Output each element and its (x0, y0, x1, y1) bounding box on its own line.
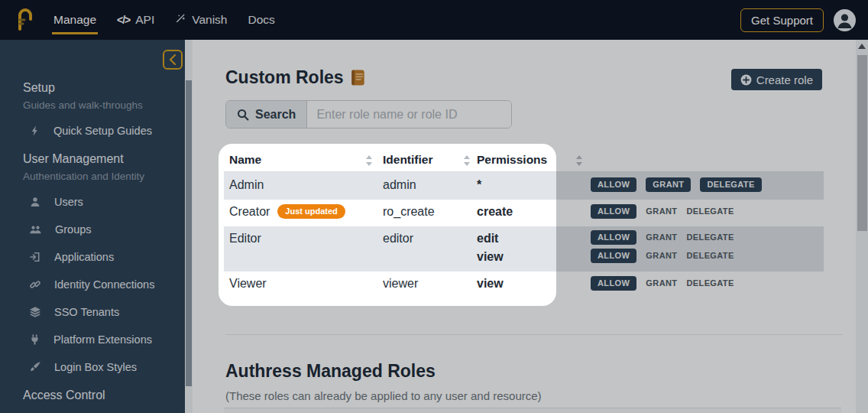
role-identifier: ro_create (383, 205, 435, 219)
allow-button[interactable]: ALLOW (591, 177, 636, 192)
sort-icon[interactable] (365, 155, 373, 166)
role-name: Creator (229, 205, 270, 218)
search-icon (237, 109, 249, 121)
plus-circle-icon (740, 74, 752, 86)
allow-button[interactable]: ALLOW (591, 276, 636, 291)
nav-item-api[interactable]: </> API (117, 13, 154, 27)
authress-logo-icon[interactable] (12, 7, 35, 33)
role-permission: create (477, 205, 513, 219)
nav-item-docs[interactable]: Docs (248, 13, 275, 27)
sidebar-scrollbar-thumb[interactable] (186, 80, 192, 386)
permission-actions: ALLOW GRANT DELEGATE (591, 204, 734, 219)
role-permission: * (477, 178, 481, 192)
nav-item-label: API (135, 13, 154, 27)
page-scrollbar-track[interactable] (856, 40, 868, 413)
nav-item-manage[interactable]: Manage (53, 13, 96, 27)
role-permission: view (477, 250, 504, 264)
role-search: Search (225, 100, 512, 128)
grant-button[interactable]: GRANT (646, 276, 677, 291)
sidebar-item-label: SSO Tenants (54, 306, 119, 318)
sidebar-collapse-button[interactable] (163, 50, 183, 70)
role-identifier: admin (383, 178, 416, 192)
managed-roles-subtitle: (These roles can already be applied to a… (225, 389, 542, 402)
sidebar-item-label: Platform Extensions (53, 333, 152, 346)
delegate-button[interactable]: DELEGATE (686, 204, 734, 219)
allow-button[interactable]: ALLOW (591, 204, 636, 219)
permission-actions: ALLOW GRANT DELEGATE (591, 230, 734, 245)
sort-icon[interactable] (575, 155, 583, 166)
allow-button[interactable]: ALLOW (591, 249, 636, 263)
search-input[interactable] (307, 101, 511, 128)
search-addon: Search (226, 101, 307, 128)
user-avatar[interactable] (834, 9, 856, 31)
custom-roles-table: Name Identifier Permissions Admin admin … (224, 148, 824, 298)
sidebar-menu: Setup Guides and walk-throughs Quick Set… (23, 73, 176, 410)
column-header-permissions[interactable]: Permissions (477, 153, 547, 167)
get-support-button[interactable]: Get Support (740, 8, 824, 32)
allow-button[interactable]: ALLOW (591, 230, 636, 245)
link-icon (29, 278, 41, 291)
create-role-button[interactable]: Create role (731, 69, 822, 90)
table-row-creator[interactable]: CreatorJust updated ro_create create ALL… (224, 200, 824, 226)
sidebar-item-label: Users (54, 196, 83, 208)
section-title: Access Control (23, 389, 176, 402)
sidebar-item-login-box-styles[interactable]: Login Box Styles (23, 353, 176, 381)
grant-button[interactable]: GRANT (646, 177, 691, 192)
permission-actions: ALLOW GRANT DELEGATE (591, 276, 734, 291)
table-row-admin[interactable]: Admin admin * ALLOW GRANT DELEGATE (224, 173, 824, 200)
nav-item-label: Vanish (192, 13, 227, 27)
sidebar-item-groups[interactable]: Groups (23, 216, 176, 243)
role-permission: edit (477, 232, 498, 246)
delegate-button[interactable]: DELEGATE (686, 276, 734, 291)
role-identifier: editor (383, 232, 413, 246)
column-header-identifier[interactable]: Identifier (383, 153, 432, 167)
layers-icon (29, 306, 41, 318)
grant-button[interactable]: GRANT (646, 230, 677, 245)
sidebar-item-label: Login Box Styles (54, 361, 137, 373)
sidebar-scrollbar-track[interactable] (185, 40, 193, 413)
table-row-viewer[interactable]: Viewer viewer view ALLOW GRANT DELEGATE (224, 272, 824, 298)
role-name: Editor (229, 232, 261, 246)
sidebar-item-users[interactable]: Users (23, 188, 176, 216)
sidebar-item-label: Identity Connections (54, 278, 154, 291)
sidebar: Setup Guides and walk-throughs Quick Set… (0, 40, 193, 413)
grant-button[interactable]: GRANT (646, 249, 677, 263)
delegate-button[interactable]: DELEGATE (686, 249, 734, 263)
column-header-name[interactable]: Name (229, 153, 261, 167)
managed-roles-table-edge (224, 408, 841, 413)
navbar-right: Get Support (740, 8, 856, 32)
role-name: Admin (229, 178, 264, 192)
sidebar-item-label: Applications (54, 251, 114, 263)
section-title: Setup (23, 81, 176, 95)
delegate-button[interactable]: DELEGATE (700, 177, 761, 192)
sort-icon[interactable] (463, 155, 471, 166)
page-scrollbar-thumb[interactable] (857, 55, 867, 231)
chevron-left-icon (169, 54, 177, 65)
permission-actions: ALLOW GRANT DELEGATE (591, 249, 734, 263)
journal-book-icon[interactable] (351, 70, 365, 86)
sidebar-item-identity-connections[interactable]: Identity Connections (23, 271, 176, 298)
page-title-text: Custom Roles (225, 67, 344, 88)
create-role-label: Create role (756, 73, 813, 86)
just-updated-badge: Just updated (277, 204, 345, 219)
sidebar-item-label: Groups (55, 223, 92, 236)
main-content: Custom Roles Create role Search Name Ide (193, 40, 868, 413)
magic-wand-icon (175, 13, 186, 28)
sidebar-item-sso-tenants[interactable]: SSO Tenants (23, 298, 176, 326)
brush-icon (29, 361, 41, 373)
sidebar-item-platform-extensions[interactable]: Platform Extensions (23, 326, 176, 353)
table-header: Name Identifier Permissions (224, 148, 824, 173)
sidebar-item-applications[interactable]: Applications (23, 243, 176, 271)
people-icon (29, 223, 42, 236)
search-label: Search (255, 108, 296, 122)
sidebar-item-quick-setup-guides[interactable]: Quick Setup Guides (23, 117, 176, 145)
sidebar-item-label: Quick Setup Guides (53, 125, 152, 137)
nav-item-vanish[interactable]: Vanish (175, 13, 227, 28)
delegate-button[interactable]: DELEGATE (686, 230, 734, 245)
grant-button[interactable]: GRANT (646, 204, 677, 219)
box-arrow-in-right-icon (29, 251, 41, 263)
scrollbar-up-arrow-icon[interactable] (858, 44, 866, 49)
managed-roles-title: Authress Managed Roles (225, 361, 436, 382)
section-divider (225, 334, 843, 335)
table-row-editor[interactable]: Editor editor edit view ALLOW GRANT DELE… (224, 226, 824, 272)
